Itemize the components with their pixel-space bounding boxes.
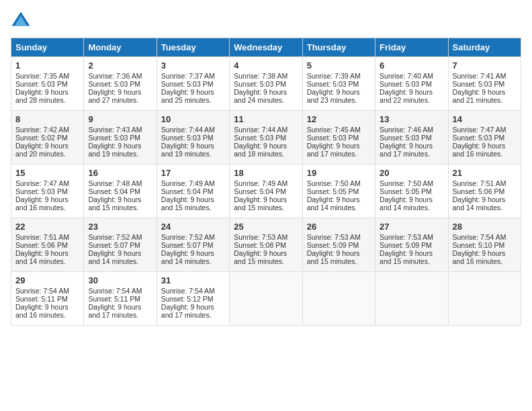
daylight-label: Daylight: 9 hours and 16 minutes. — [453, 142, 506, 158]
calendar-cell: 22 Sunrise: 7:51 AM Sunset: 5:06 PM Dayl… — [11, 218, 84, 272]
sunrise-label: Sunrise: 7:53 AM — [380, 233, 433, 241]
calendar-cell: 21 Sunrise: 7:51 AM Sunset: 5:06 PM Dayl… — [448, 165, 521, 218]
sunrise-label: Sunrise: 7:38 AM — [234, 72, 287, 80]
sunrise-label: Sunrise: 7:46 AM — [380, 126, 433, 134]
day-header-thursday: Thursday — [302, 38, 375, 57]
daylight-label: Daylight: 9 hours and 14 minutes. — [15, 249, 69, 265]
calendar-cell: 27 Sunrise: 7:53 AM Sunset: 5:09 PM Dayl… — [375, 218, 448, 272]
sunrise-label: Sunrise: 7:48 AM — [88, 179, 142, 187]
sunrise-label: Sunrise: 7:51 AM — [453, 179, 506, 187]
sunrise-label: Sunrise: 7:44 AM — [234, 126, 287, 134]
sunrise-label: Sunrise: 7:52 AM — [161, 233, 215, 241]
sunrise-label: Sunrise: 7:45 AM — [307, 126, 361, 134]
calendar-cell: 4 Sunrise: 7:38 AM Sunset: 5:03 PM Dayli… — [230, 57, 302, 111]
sunset-label: Sunset: 5:03 PM — [161, 134, 214, 142]
calendar-cell: 14 Sunrise: 7:47 AM Sunset: 5:03 PM Dayl… — [448, 111, 521, 165]
day-number: 11 — [234, 114, 298, 124]
day-number: 4 — [234, 60, 298, 71]
sunset-label: Sunset: 5:06 PM — [15, 241, 68, 249]
calendar-cell — [448, 272, 521, 326]
sunrise-label: Sunrise: 7:50 AM — [307, 179, 361, 187]
calendar-cell: 26 Sunrise: 7:53 AM Sunset: 5:09 PM Dayl… — [302, 218, 375, 272]
daylight-label: Daylight: 9 hours and 18 minutes. — [234, 142, 287, 158]
sunset-label: Sunset: 5:05 PM — [380, 187, 432, 195]
daylight-label: Daylight: 9 hours and 15 minutes. — [380, 249, 433, 265]
calendar-cell: 5 Sunrise: 7:39 AM Sunset: 5:03 PM Dayli… — [302, 57, 375, 111]
daylight-label: Daylight: 9 hours and 16 minutes. — [15, 195, 69, 212]
calendar-cell: 8 Sunrise: 7:42 AM Sunset: 5:02 PM Dayli… — [11, 111, 84, 165]
calendar-cell: 29 Sunrise: 7:54 AM Sunset: 5:11 PM Dayl… — [11, 272, 84, 326]
day-number: 18 — [234, 168, 298, 178]
calendar-cell: 3 Sunrise: 7:37 AM Sunset: 5:03 PM Dayli… — [157, 57, 229, 111]
calendar-cell: 18 Sunrise: 7:49 AM Sunset: 5:04 PM Dayl… — [230, 165, 302, 218]
calendar-week-4: 22 Sunrise: 7:51 AM Sunset: 5:06 PM Dayl… — [11, 218, 521, 272]
daylight-label: Daylight: 9 hours and 16 minutes. — [15, 303, 69, 319]
calendar-week-1: 1 Sunrise: 7:35 AM Sunset: 5:03 PM Dayli… — [11, 57, 521, 111]
daylight-label: Daylight: 9 hours and 20 minutes. — [15, 142, 69, 158]
day-number: 22 — [15, 222, 79, 232]
sunset-label: Sunset: 5:12 PM — [161, 295, 214, 303]
day-number: 13 — [380, 114, 443, 124]
calendar-cell: 12 Sunrise: 7:45 AM Sunset: 5:03 PM Dayl… — [302, 111, 375, 165]
sunrise-label: Sunrise: 7:37 AM — [161, 72, 215, 80]
sunrise-label: Sunrise: 7:52 AM — [88, 233, 142, 241]
sunrise-label: Sunrise: 7:53 AM — [307, 233, 361, 241]
daylight-label: Daylight: 9 hours and 14 minutes. — [380, 195, 433, 212]
day-number: 31 — [161, 275, 225, 285]
day-number: 1 — [15, 60, 79, 71]
sunset-label: Sunset: 5:03 PM — [88, 80, 140, 88]
sunset-label: Sunset: 5:03 PM — [15, 187, 68, 195]
sunset-label: Sunset: 5:03 PM — [380, 80, 432, 88]
daylight-label: Daylight: 9 hours and 23 minutes. — [307, 88, 360, 104]
sunrise-label: Sunrise: 7:35 AM — [15, 72, 69, 80]
daylight-label: Daylight: 9 hours and 17 minutes. — [307, 142, 360, 158]
calendar-cell: 25 Sunrise: 7:53 AM Sunset: 5:08 PM Dayl… — [230, 218, 302, 272]
day-number: 9 — [88, 114, 152, 124]
daylight-label: Daylight: 9 hours and 19 minutes. — [88, 142, 141, 158]
day-header-sunday: Sunday — [11, 38, 84, 57]
calendar-week-5: 29 Sunrise: 7:54 AM Sunset: 5:11 PM Dayl… — [11, 272, 521, 326]
calendar-cell: 20 Sunrise: 7:50 AM Sunset: 5:05 PM Dayl… — [375, 165, 448, 218]
calendar-cell: 10 Sunrise: 7:44 AM Sunset: 5:03 PM Dayl… — [157, 111, 229, 165]
daylight-label: Daylight: 9 hours and 22 minutes. — [380, 88, 433, 104]
daylight-label: Daylight: 9 hours and 19 minutes. — [161, 142, 214, 158]
calendar-cell: 31 Sunrise: 7:54 AM Sunset: 5:12 PM Dayl… — [157, 272, 229, 326]
calendar-cell: 17 Sunrise: 7:49 AM Sunset: 5:04 PM Dayl… — [157, 165, 229, 218]
daylight-label: Daylight: 9 hours and 27 minutes. — [88, 88, 141, 104]
calendar-cell — [302, 272, 375, 326]
calendar-cell: 6 Sunrise: 7:40 AM Sunset: 5:03 PM Dayli… — [375, 57, 448, 111]
daylight-label: Daylight: 9 hours and 14 minutes. — [161, 249, 214, 265]
calendar-cell: 7 Sunrise: 7:41 AM Sunset: 5:03 PM Dayli… — [448, 57, 521, 111]
day-number: 7 — [453, 60, 517, 71]
sunrise-label: Sunrise: 7:54 AM — [453, 233, 506, 241]
sunset-label: Sunset: 5:04 PM — [88, 187, 140, 195]
daylight-label: Daylight: 9 hours and 14 minutes. — [307, 195, 360, 212]
daylight-label: Daylight: 9 hours and 24 minutes. — [234, 88, 287, 104]
logo-icon — [11, 11, 31, 31]
daylight-label: Daylight: 9 hours and 16 minutes. — [453, 249, 506, 265]
sunrise-label: Sunrise: 7:54 AM — [88, 287, 142, 295]
sunrise-label: Sunrise: 7:53 AM — [234, 233, 287, 241]
sunset-label: Sunset: 5:03 PM — [234, 80, 286, 88]
day-number: 10 — [161, 114, 225, 124]
day-number: 27 — [380, 222, 443, 232]
day-header-monday: Monday — [84, 38, 157, 57]
page-header — [11, 11, 521, 31]
daylight-label: Daylight: 9 hours and 17 minutes. — [380, 142, 433, 158]
day-number: 15 — [15, 168, 79, 178]
calendar-cell: 1 Sunrise: 7:35 AM Sunset: 5:03 PM Dayli… — [11, 57, 84, 111]
day-header-tuesday: Tuesday — [157, 38, 229, 57]
day-number: 30 — [88, 275, 152, 285]
sunrise-label: Sunrise: 7:43 AM — [88, 126, 142, 134]
sunrise-label: Sunrise: 7:49 AM — [234, 179, 287, 187]
calendar-cell: 16 Sunrise: 7:48 AM Sunset: 5:04 PM Dayl… — [84, 165, 157, 218]
sunset-label: Sunset: 5:03 PM — [88, 134, 140, 142]
calendar-body: 1 Sunrise: 7:35 AM Sunset: 5:03 PM Dayli… — [11, 57, 521, 326]
calendar-cell — [230, 272, 302, 326]
daylight-label: Daylight: 9 hours and 14 minutes. — [453, 195, 506, 212]
sunset-label: Sunset: 5:07 PM — [88, 241, 140, 249]
sunset-label: Sunset: 5:09 PM — [380, 241, 432, 249]
sunrise-label: Sunrise: 7:49 AM — [161, 179, 215, 187]
calendar-cell: 30 Sunrise: 7:54 AM Sunset: 5:11 PM Dayl… — [84, 272, 157, 326]
sunrise-label: Sunrise: 7:41 AM — [453, 72, 506, 80]
